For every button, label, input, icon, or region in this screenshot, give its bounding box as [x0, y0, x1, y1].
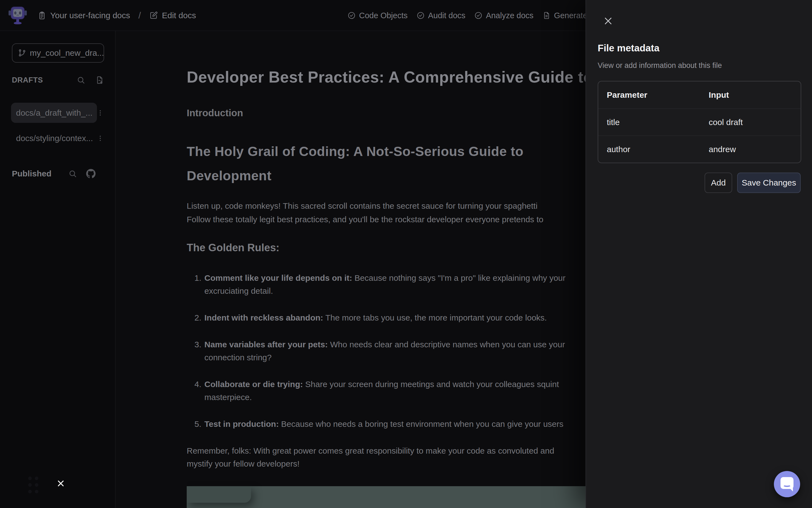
panel-actions: Add Save Changes	[704, 173, 801, 193]
file-icon	[542, 11, 551, 19]
input-cell: cool draft	[709, 118, 801, 127]
robot-base-icon	[14, 22, 22, 24]
table-header-row: Parameter Input	[598, 81, 801, 109]
topnav: Code Objects Audit docs Analyze docs Gen…	[348, 0, 607, 31]
draft-item-label[interactable]: docs/styling/contex...	[11, 128, 97, 148]
param-cell: title	[598, 118, 709, 127]
sidebar: my_cool_new_dra... DRAFTS docs/a_draft_w…	[0, 31, 115, 508]
nav-audit-docs[interactable]: Audit docs	[416, 11, 465, 20]
column-header-parameter: Parameter	[598, 90, 709, 100]
draft-item[interactable]: docs/styling/contex...	[11, 128, 105, 148]
app: 0_0 Your user-facing docs / Edit docs Co…	[0, 0, 812, 508]
breadcrumb: Your user-facing docs / Edit docs	[38, 0, 196, 31]
published-header: Published	[12, 168, 95, 180]
search-drafts-icon[interactable]	[77, 76, 85, 84]
nav-code-objects[interactable]: Code Objects	[348, 11, 408, 20]
circle-check-icon	[416, 11, 425, 19]
robot-head-icon: 0_0	[11, 7, 25, 19]
draft-item[interactable]: docs/a_draft_with_...	[11, 103, 105, 123]
nav-analyze-docs[interactable]: Analyze docs	[474, 11, 534, 20]
nav-label: Audit docs	[428, 11, 465, 20]
search-published-icon[interactable]	[68, 169, 77, 178]
add-button[interactable]: Add	[704, 173, 732, 193]
file-metadata-panel: File metadata View or add information ab…	[585, 0, 812, 508]
save-changes-button[interactable]: Save Changes	[737, 173, 801, 193]
new-draft-icon[interactable]	[95, 76, 104, 84]
branch-selector[interactable]: my_cool_new_dra...	[12, 43, 104, 63]
chat-launcher-button[interactable]	[774, 471, 800, 497]
panel-title: File metadata	[598, 43, 659, 53]
breadcrumb-separator: /	[138, 10, 141, 21]
breadcrumb-section[interactable]: Your user-facing docs	[50, 11, 130, 20]
circle-check-icon	[474, 11, 483, 19]
widget-close-icon[interactable]	[56, 479, 65, 488]
table-row: title cool draft	[598, 109, 801, 135]
table-row: author andrew	[598, 135, 801, 163]
edit-icon	[149, 11, 158, 20]
drafts-heading: DRAFTS	[12, 76, 43, 84]
column-header-input: Input	[709, 90, 801, 100]
chat-smile-icon	[783, 483, 791, 487]
breadcrumb-page[interactable]: Edit docs	[162, 11, 196, 20]
embedded-image-tile	[187, 486, 251, 503]
nav-label: Code Objects	[359, 11, 408, 20]
robot-face-icon: 0_0	[13, 9, 22, 17]
branch-label: my_cool_new_dra...	[30, 48, 104, 58]
chat-bubble-icon	[780, 477, 794, 489]
draft-item-label[interactable]: docs/a_draft_with_...	[11, 103, 97, 123]
metadata-table: Parameter Input title cool draft author …	[598, 81, 801, 163]
robot-logo[interactable]: 0_0	[9, 6, 26, 25]
circle-check-icon	[348, 11, 356, 19]
drafts-header: DRAFTS	[12, 74, 104, 86]
github-icon[interactable]	[86, 169, 95, 178]
published-heading: Published	[12, 169, 51, 178]
close-icon[interactable]	[602, 15, 614, 27]
robot-ear-icon	[8, 10, 11, 15]
embedded-screenshot-image	[187, 486, 628, 508]
clipboard-icon	[38, 11, 46, 20]
drag-handle-dots-icon[interactable]	[28, 476, 39, 494]
kebab-menu-icon[interactable]	[97, 109, 104, 117]
kebab-menu-icon[interactable]	[97, 135, 104, 142]
git-branch-icon	[18, 49, 26, 57]
param-cell: author	[598, 145, 709, 154]
nav-label: Analyze docs	[486, 11, 534, 20]
robot-ear-icon	[25, 10, 27, 15]
panel-subtitle: View or add information about this file	[598, 61, 722, 70]
input-cell: andrew	[709, 145, 801, 154]
